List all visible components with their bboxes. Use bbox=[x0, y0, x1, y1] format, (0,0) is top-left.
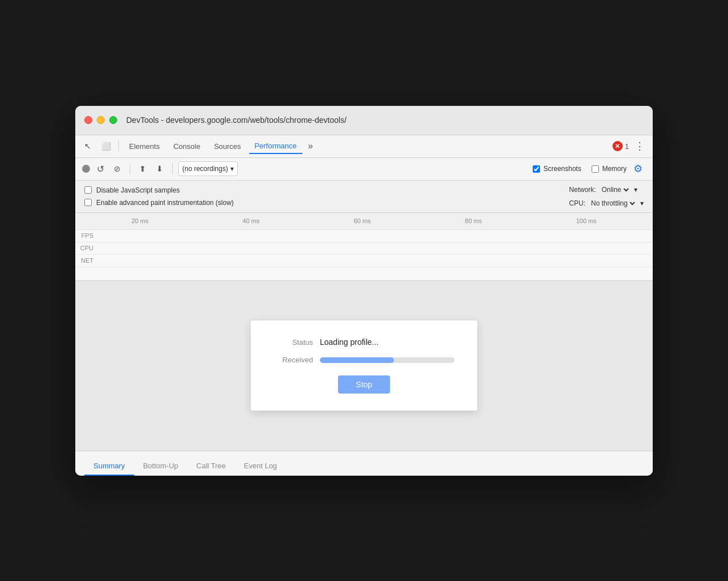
toolbar-divider-2 bbox=[172, 163, 173, 174]
clear-button[interactable]: ⊘ bbox=[110, 162, 124, 176]
cpu-dropdown-icon: ▾ bbox=[640, 199, 644, 207]
tab-sources[interactable]: Sources bbox=[208, 138, 247, 154]
settings-right: Network: Online ▾ CPU: No throttling ▾ bbox=[569, 185, 644, 208]
minimize-button[interactable] bbox=[97, 116, 105, 124]
cpu-select[interactable]: No throttling bbox=[589, 199, 637, 208]
tab-elements[interactable]: Elements bbox=[123, 138, 165, 154]
gear-icon: ⚙ bbox=[633, 163, 643, 175]
status-value: Loading profile... bbox=[320, 338, 379, 347]
network-select[interactable]: Online bbox=[599, 185, 631, 194]
error-circle: ✕ bbox=[613, 141, 623, 151]
maximize-button[interactable] bbox=[109, 116, 117, 124]
dropdown-arrow-icon: ▾ bbox=[230, 165, 234, 173]
timeline-area: 20 ms 40 ms 60 ms 80 ms 100 ms FPS CPU N… bbox=[75, 213, 653, 281]
main-content: Status Loading profile... Received Stop bbox=[75, 281, 653, 451]
paint-setting: Enable advanced paint instrumentation (s… bbox=[84, 199, 234, 207]
upload-icon: ⬆ bbox=[139, 164, 146, 173]
cpu-row: CPU bbox=[75, 242, 653, 255]
memory-label-text: Memory bbox=[602, 165, 627, 173]
download-icon: ⬇ bbox=[156, 164, 163, 173]
more-menu-button[interactable]: ⋮ bbox=[631, 138, 648, 155]
tab-divider-1 bbox=[118, 140, 119, 152]
toolbar-divider-1 bbox=[130, 163, 130, 174]
ruler-mark-40ms: 40 ms bbox=[243, 217, 260, 224]
net-row: NET bbox=[75, 255, 653, 267]
timeline-rows: FPS CPU NET bbox=[75, 230, 653, 267]
received-label-text: Received bbox=[273, 356, 313, 364]
received-row: Received bbox=[273, 356, 455, 364]
progress-bar-fill bbox=[320, 357, 394, 363]
ruler-marks: 20 ms 40 ms 60 ms 80 ms 100 ms bbox=[84, 217, 644, 224]
traffic-lights bbox=[84, 116, 117, 124]
status-dialog: Status Loading profile... Received Stop bbox=[251, 321, 477, 411]
js-samples-label: Disable JavaScript samples bbox=[96, 186, 179, 194]
tab-console[interactable]: Console bbox=[168, 138, 206, 154]
recordings-dropdown[interactable]: (no recordings) ▾ bbox=[178, 161, 238, 176]
cpu-setting: CPU: No throttling ▾ bbox=[569, 199, 644, 208]
error-x: ✕ bbox=[615, 143, 620, 150]
performance-toolbar: ↺ ⊘ ⬆ ⬇ (no recordings) ▾ Screenshots Me… bbox=[75, 158, 653, 181]
fps-row: FPS bbox=[75, 230, 653, 242]
ruler-mark-100ms: 100 ms bbox=[576, 217, 597, 224]
title-bar: DevTools - developers.google.com/web/too… bbox=[75, 106, 653, 135]
bottom-tabs: Summary Bottom-Up Call Tree Event Log bbox=[75, 451, 653, 476]
screenshots-label-text: Screenshots bbox=[543, 165, 581, 173]
timeline-ruler: 20 ms 40 ms 60 ms 80 ms 100 ms bbox=[75, 213, 653, 230]
bottom-tab-bottom-up[interactable]: Bottom-Up bbox=[134, 457, 187, 476]
close-button[interactable] bbox=[84, 116, 92, 124]
memory-checkbox-label[interactable]: Memory bbox=[592, 165, 627, 173]
reload-record-button[interactable]: ↺ bbox=[93, 162, 107, 176]
device-toolbar-button[interactable]: ⬜ bbox=[98, 138, 114, 154]
status-label-text: Status bbox=[273, 338, 313, 347]
net-label: NET bbox=[75, 257, 98, 264]
cpu-label: CPU: bbox=[569, 199, 585, 207]
bottom-tab-call-tree[interactable]: Call Tree bbox=[187, 457, 235, 476]
status-row: Status Loading profile... bbox=[273, 338, 455, 347]
paint-label: Enable advanced paint instrumentation (s… bbox=[96, 199, 234, 207]
ruler-mark-80ms: 80 ms bbox=[465, 217, 482, 224]
network-setting: Network: Online ▾ bbox=[569, 185, 644, 194]
tab-performance[interactable]: Performance bbox=[249, 138, 302, 154]
paint-checkbox[interactable] bbox=[84, 199, 92, 206]
error-count: 1 bbox=[625, 142, 629, 151]
network-dropdown-icon: ▾ bbox=[634, 186, 637, 194]
screenshots-checkbox-label[interactable]: Screenshots bbox=[533, 165, 581, 173]
js-samples-checkbox[interactable] bbox=[84, 186, 92, 194]
more-tabs-button[interactable]: » bbox=[305, 139, 316, 153]
reload-icon: ↺ bbox=[97, 164, 104, 174]
bottom-tab-event-log[interactable]: Event Log bbox=[235, 457, 286, 476]
device-icon: ⬜ bbox=[101, 142, 111, 151]
js-samples-setting: Disable JavaScript samples bbox=[84, 186, 234, 194]
cursor-tool-button[interactable]: ↖ bbox=[80, 138, 96, 154]
settings-left: Disable JavaScript samples Enable advanc… bbox=[84, 186, 234, 207]
download-button[interactable]: ⬇ bbox=[153, 162, 166, 176]
fps-label: FPS bbox=[75, 232, 98, 239]
tabs-bar: ↖ ⬜ Elements Console Sources Performance… bbox=[75, 135, 653, 158]
devtools-window: DevTools - developers.google.com/web/too… bbox=[75, 106, 653, 476]
error-badge: ✕ 1 bbox=[613, 141, 629, 151]
window-title: DevTools - developers.google.com/web/too… bbox=[126, 116, 346, 125]
record-button[interactable] bbox=[82, 165, 90, 173]
ruler-mark-20ms: 20 ms bbox=[131, 217, 148, 224]
upload-button[interactable]: ⬆ bbox=[136, 162, 149, 176]
memory-checkbox[interactable] bbox=[592, 165, 599, 173]
stop-button[interactable]: Stop bbox=[338, 375, 391, 394]
recordings-value: (no recordings) bbox=[182, 165, 228, 173]
settings-bar: Disable JavaScript samples Enable advanc… bbox=[75, 181, 653, 213]
progress-bar-container bbox=[320, 357, 455, 363]
bottom-tab-summary[interactable]: Summary bbox=[84, 457, 134, 476]
ruler-mark-60ms: 60 ms bbox=[354, 217, 371, 224]
cursor-icon: ↖ bbox=[84, 142, 91, 151]
net-content bbox=[98, 255, 653, 267]
network-label: Network: bbox=[569, 186, 596, 194]
cpu-content bbox=[98, 242, 653, 254]
cpu-row-label: CPU bbox=[75, 245, 98, 251]
capture-settings-button[interactable]: ⚙ bbox=[630, 161, 646, 177]
fps-content bbox=[98, 230, 653, 242]
block-icon: ⊘ bbox=[114, 164, 121, 173]
screenshots-checkbox[interactable] bbox=[533, 165, 540, 173]
